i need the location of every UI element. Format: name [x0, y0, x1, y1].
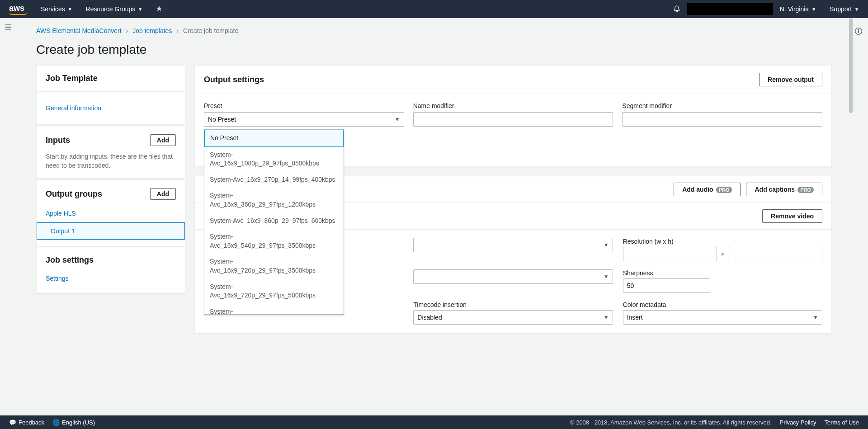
pin-icon[interactable]: [156, 5, 162, 13]
account-redacted: [687, 3, 773, 15]
support-menu[interactable]: Support▼: [830, 5, 859, 13]
bell-icon[interactable]: [673, 5, 680, 14]
top-nav: aws Services▼ Resource Groups▼ N. Virgin…: [0, 0, 868, 18]
region-menu[interactable]: N. Virginia▼: [780, 5, 816, 13]
services-menu[interactable]: Services▼: [41, 5, 72, 13]
aws-logo[interactable]: aws: [9, 4, 27, 15]
resource-groups-menu[interactable]: Resource Groups▼: [86, 5, 143, 13]
